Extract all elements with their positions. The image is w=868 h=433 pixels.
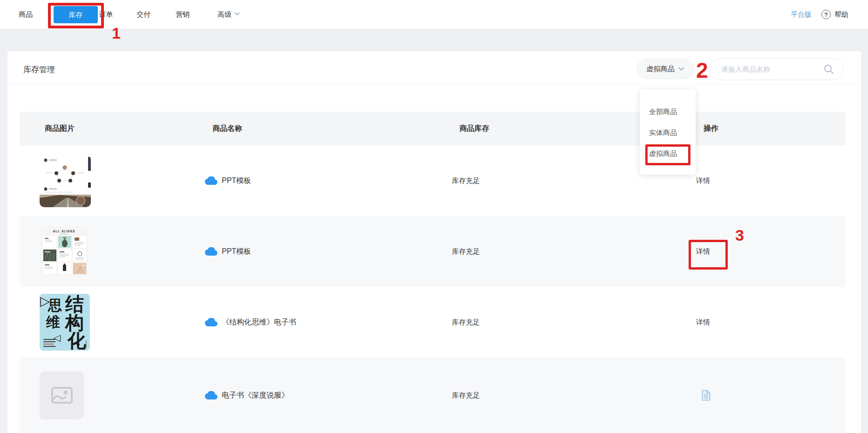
nav-tab-goods[interactable]: 商品 xyxy=(19,0,33,29)
product-image-cell xyxy=(40,358,84,433)
annotation-number-3: 3 xyxy=(735,227,744,243)
product-type-filter[interactable]: 虚拟商品 xyxy=(637,59,694,79)
stock-status: 库存充足 xyxy=(452,176,480,185)
product-name: PPT模板 xyxy=(222,247,251,257)
product-name-cell: PPT模板 xyxy=(205,145,251,216)
inventory-card: 库存管理 虚拟商品 商品图片 商品名称 商品库存 操作 xyxy=(7,51,861,433)
product-image-cell: ALL SLIDES xyxy=(40,216,89,287)
annotation-number-1: 1 xyxy=(112,25,121,41)
nav-tab-marketing[interactable]: 营销 xyxy=(176,0,190,29)
product-type-filter-value: 虚拟商品 xyxy=(647,65,675,74)
product-name: 电子书《深度说服》 xyxy=(222,391,289,400)
image-placeholder xyxy=(40,372,84,419)
menu-item-virtual-products[interactable]: 虚拟商品 xyxy=(640,143,696,164)
triangle-glyph: ◁ xyxy=(54,333,61,342)
product-stock-cell: 库存充足 xyxy=(452,287,480,358)
cloud-icon xyxy=(205,318,218,327)
detail-link[interactable]: 详情 xyxy=(696,318,710,327)
annotation-number-2: 2 xyxy=(696,60,708,81)
detail-link[interactable]: 详情 xyxy=(696,176,710,185)
nav-tab-delivery[interactable]: 交付 xyxy=(137,0,150,29)
col-header-stock: 商品库存 xyxy=(459,112,489,145)
table-row: ▷ 思 结 维 构 ◁ 化 ● xyxy=(20,287,845,358)
product-action-cell xyxy=(696,358,711,433)
top-nav: 商品 库存 订单 交付 营销 高级 平台版 ? 帮助 xyxy=(0,0,868,29)
product-action-cell: 详情 xyxy=(696,145,710,216)
image-placeholder-icon xyxy=(51,387,73,404)
product-image-ppt-grid: ALL SLIDES xyxy=(40,227,89,276)
product-action-cell: 详情 xyxy=(696,216,710,287)
stock-status: 库存充足 xyxy=(452,391,480,400)
product-image-book-cover: ▷ 思 结 维 构 ◁ 化 ● xyxy=(40,294,90,351)
nav-tab-advanced-label: 高级 xyxy=(218,10,232,18)
search-icon[interactable] xyxy=(823,64,834,74)
ink-blob: ● xyxy=(76,340,80,347)
question-circle-icon: ? xyxy=(821,10,831,19)
help-label: 帮助 xyxy=(834,10,848,19)
product-name: 《结构化思维》电子书 xyxy=(222,318,296,327)
product-stock-cell: 库存充足 xyxy=(452,145,480,216)
menu-item-physical-products[interactable]: 实体商品 xyxy=(640,122,696,143)
cloud-icon xyxy=(205,247,218,256)
col-header-name: 商品名称 xyxy=(212,112,242,145)
nav-tab-inventory[interactable]: 库存 xyxy=(54,6,98,23)
product-stock-cell: 库存充足 xyxy=(452,216,480,287)
product-image-cell: ▷ 思 结 维 构 ◁ 化 ● xyxy=(40,287,90,358)
product-name-cell: 电子书《深度说服》 xyxy=(205,358,289,433)
cloud-icon xyxy=(205,391,218,400)
table-row: 电子书《深度说服》 库存充足 xyxy=(20,358,845,433)
table-header: 商品图片 商品名称 商品库存 操作 xyxy=(20,112,845,145)
cloud-icon xyxy=(205,176,218,185)
stock-status: 库存充足 xyxy=(452,318,480,327)
product-image-cell xyxy=(40,145,91,216)
col-header-action: 操作 xyxy=(704,112,718,145)
table-row: PPT模板 库存充足 详情 xyxy=(20,145,845,216)
product-image-ppt-slide xyxy=(40,155,91,207)
table-row: ALL SLIDES xyxy=(20,216,845,287)
document-icon[interactable] xyxy=(702,390,711,401)
product-type-menu: 全部商品 实体商品 虚拟商品 xyxy=(640,89,696,175)
product-stock-cell: 库存充足 xyxy=(452,358,480,433)
inventory-table: 商品图片 商品名称 商品库存 操作 xyxy=(20,112,845,433)
chevron-down-icon xyxy=(678,67,684,71)
chevron-down-icon xyxy=(234,12,240,16)
card-header-divider xyxy=(7,84,861,85)
nav-tab-orders[interactable]: 订单 xyxy=(99,0,113,29)
product-name-cell: PPT模板 xyxy=(205,216,251,287)
product-name: PPT模板 xyxy=(222,176,251,186)
nav-tab-advanced[interactable]: 高级 xyxy=(218,0,240,29)
search-input[interactable] xyxy=(721,65,823,73)
stick-line xyxy=(86,340,87,348)
product-name-cell: 《结构化思维》电子书 xyxy=(205,287,296,358)
stock-status: 库存充足 xyxy=(452,247,480,256)
help-button[interactable]: ? 帮助 xyxy=(821,0,848,29)
svg-text:ALL SLIDES: ALL SLIDES xyxy=(53,230,75,233)
search-box xyxy=(709,58,844,80)
col-header-image: 商品图片 xyxy=(45,112,75,145)
detail-link[interactable]: 详情 xyxy=(696,247,710,256)
menu-item-all-products[interactable]: 全部商品 xyxy=(640,101,696,122)
inventory-admin-screen: 商品 库存 订单 交付 营销 高级 平台版 ? 帮助 库存管理 虚拟商品 xyxy=(0,0,868,433)
edition-link[interactable]: 平台版 xyxy=(791,0,812,29)
product-action-cell: 详情 xyxy=(696,287,710,358)
page-title: 库存管理 xyxy=(23,64,55,75)
